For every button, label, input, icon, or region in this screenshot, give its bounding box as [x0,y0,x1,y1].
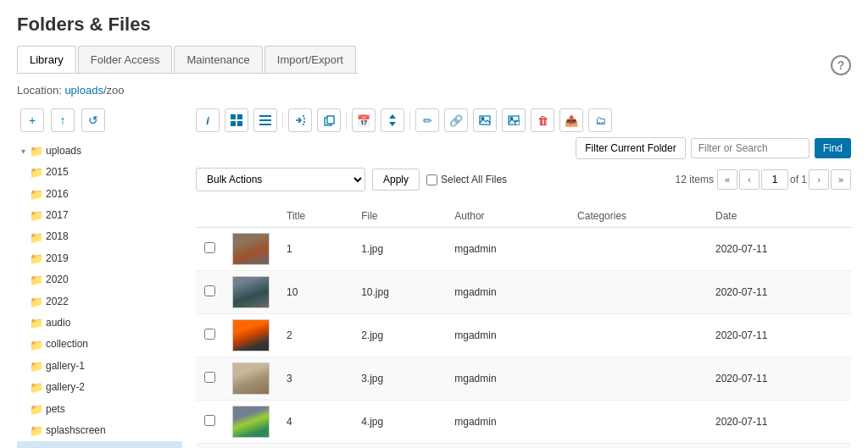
tree-item-gallery2[interactable]: 📁gallery-2 [17,377,182,398]
export-button[interactable]: 📤 [559,108,583,132]
tree-item-2016[interactable]: 📁2016 [17,184,182,205]
tab-maintenance[interactable]: Maintenance [174,46,262,73]
folder-add-button[interactable]: 🗂 [588,108,612,132]
copy-button[interactable] [317,108,341,132]
bulk-actions-dropdown[interactable]: Bulk Actions [196,168,365,191]
author-cell: mgadmin [446,357,569,401]
help-icon[interactable]: ? [831,55,851,75]
location-link[interactable]: uploads [64,84,103,97]
header-date[interactable]: Date [707,205,851,228]
next-page-button[interactable]: › [809,169,829,190]
grid-view-button[interactable] [225,108,248,132]
title-cell[interactable]: 1 [278,228,353,271]
sidebar-actions: + ↑ ↺ [17,108,182,132]
tree-item-uploads[interactable]: ▾ 📁 uploads [17,141,182,162]
thumbnail-cell [224,357,278,401]
tree-item-2017[interactable]: 📁2017 [17,205,182,226]
filter-current-folder-button[interactable]: Filter Current Folder [576,137,685,159]
tab-folder-access[interactable]: Folder Access [78,46,173,73]
svg-rect-2 [231,121,236,126]
file-cell: 10.jpg [353,271,446,314]
main-content: + ↑ ↺ ▾ 📁 uploads 📁2015 📁2016 [17,108,851,448]
page-input[interactable] [761,169,788,190]
file-cell: 3.jpg [353,357,446,401]
tab-library[interactable]: Library [17,46,76,73]
svg-rect-8 [327,116,334,124]
tree-item-audio[interactable]: 📁audio [17,312,182,334]
list-view-button[interactable] [253,108,277,132]
content-area: i 📅 ✏ [196,108,851,448]
move-button[interactable] [288,108,312,132]
title-cell[interactable]: 10 [278,271,353,314]
tree-item-2019[interactable]: 📁2019 [17,248,182,269]
tree-item-pets[interactable]: 📁pets [17,399,182,420]
date-cell: 2020-07-11 [707,314,851,357]
link-button[interactable]: 🔗 [444,108,468,132]
tree-item-splashscreen[interactable]: 📁splashscreen [17,420,182,441]
info-button[interactable]: i [196,108,220,132]
header-categories[interactable]: Categories [569,205,707,228]
title-cell[interactable]: 4 [278,401,353,444]
find-button[interactable]: Find [815,138,851,158]
select-all-checkbox[interactable] [426,174,437,185]
items-info: 12 items « ‹ of 1 › » [676,169,851,190]
row-checkbox[interactable] [204,415,215,426]
categories-cell [569,444,707,449]
title-cell[interactable]: 2 [278,314,353,357]
date-cell: 2020-07-11 [707,271,851,314]
tree-item-2015[interactable]: 📁2015 [17,162,182,183]
tree-item-2022[interactable]: 📁2022 [17,291,182,312]
thumbnail [232,362,270,395]
delete-button[interactable]: 🗑 [531,108,554,132]
header-author[interactable]: Author [446,205,569,228]
row-checkbox[interactable] [204,242,215,253]
apply-button[interactable]: Apply [372,169,420,191]
categories-cell [569,228,707,271]
sort-button[interactable] [381,108,404,132]
tab-import-export[interactable]: Import/Export [264,46,356,73]
search-input[interactable] [691,138,810,158]
header-thumb [224,205,278,228]
svg-rect-5 [259,119,271,121]
edit-button[interactable]: ✏ [415,108,439,132]
row-checkbox[interactable] [204,329,215,340]
calendar-button[interactable]: 📅 [352,108,376,132]
row-checkbox[interactable] [204,285,215,296]
row-checkbox[interactable] [204,372,215,383]
tree-item-collection[interactable]: 📁collection [17,335,182,356]
image2-button[interactable] [502,108,526,132]
upload-button[interactable]: ↑ [51,108,75,132]
title-cell[interactable]: 5 [278,444,353,449]
file-cell: 1.jpg [353,228,446,271]
tree-item-2018[interactable]: 📁2018 [17,227,182,248]
row-checkbox-cell [196,444,224,449]
select-all-label[interactable]: Select All Files [426,174,507,185]
bulk-row: Bulk Actions Apply Select All Files 12 i… [196,168,851,191]
file-cell: 4.jpg [353,401,446,444]
last-page-button[interactable]: » [831,169,851,190]
toggle-zoo[interactable]: ▾ [19,445,27,448]
of-pages: of 1 [790,174,807,185]
first-page-button[interactable]: « [717,169,737,190]
tree-item-gallery1[interactable]: 📁gallery-1 [17,356,182,377]
table-row: 1 1.jpg mgadmin 2020-07-11 [196,228,851,271]
toggle-uploads[interactable]: ▾ [19,144,27,159]
header-file[interactable]: File [353,205,446,228]
title-cell[interactable]: 3 [278,357,353,401]
tree-item-2020[interactable]: 📁2020 [17,269,182,290]
header-title[interactable]: Title [278,205,353,228]
thumbnail-cell [224,314,278,357]
items-count: 12 items [676,174,714,185]
folder-name-2015: 2015 [46,163,69,182]
add-folder-button[interactable]: + [20,108,44,132]
prev-page-button[interactable]: ‹ [739,169,760,190]
image-button[interactable] [473,108,497,132]
date-cell: 2020-07-11 [707,357,851,401]
thumbnail [232,406,270,438]
refresh-button[interactable]: ↺ [81,108,105,132]
tree-item-zoo[interactable]: ▾ 📁 zoo [17,441,182,448]
toolbar-separator-2 [346,112,347,129]
thumbnail [232,319,270,351]
location-prefix: Location: [17,84,64,97]
categories-cell [569,401,707,444]
